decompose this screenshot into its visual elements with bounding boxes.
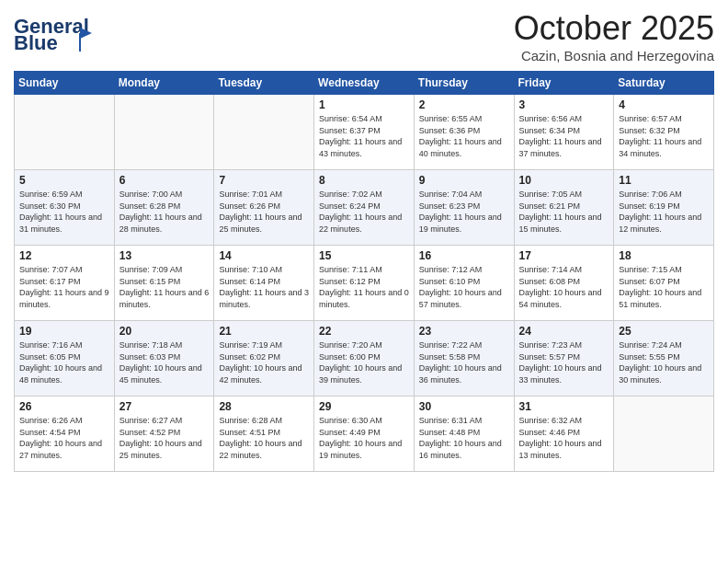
- day-info: Sunrise: 6:30 AM Sunset: 4:49 PM Dayligh…: [319, 415, 409, 461]
- calendar-week-row: 1Sunrise: 6:54 AM Sunset: 6:37 PM Daylig…: [15, 95, 714, 170]
- day-info: Sunrise: 7:11 AM Sunset: 6:12 PM Dayligh…: [319, 264, 409, 310]
- calendar-week-row: 26Sunrise: 6:26 AM Sunset: 4:54 PM Dayli…: [15, 396, 714, 472]
- day-info: Sunrise: 7:10 AM Sunset: 6:14 PM Dayligh…: [219, 264, 309, 310]
- calendar-day-cell: 31Sunrise: 6:32 AM Sunset: 4:46 PM Dayli…: [514, 396, 614, 472]
- calendar-day-cell: 17Sunrise: 7:14 AM Sunset: 6:08 PM Dayli…: [514, 246, 614, 321]
- calendar-day-cell: 18Sunrise: 7:15 AM Sunset: 6:07 PM Dayli…: [614, 246, 714, 321]
- day-number: 10: [519, 174, 609, 187]
- day-number: 6: [119, 174, 210, 187]
- day-info: Sunrise: 7:23 AM Sunset: 5:57 PM Dayligh…: [519, 339, 609, 385]
- logo-text: General Blue: [14, 13, 101, 58]
- day-number: 29: [319, 400, 409, 413]
- logo: General Blue: [14, 13, 101, 58]
- day-info: Sunrise: 6:57 AM Sunset: 6:32 PM Dayligh…: [619, 113, 709, 159]
- page: General Blue October 2025 Cazin, Bosnia …: [0, 0, 728, 563]
- day-number: 17: [519, 249, 609, 262]
- calendar-day-cell: 11Sunrise: 7:06 AM Sunset: 6:19 PM Dayli…: [614, 170, 714, 246]
- calendar-week-row: 12Sunrise: 7:07 AM Sunset: 6:17 PM Dayli…: [15, 246, 714, 321]
- day-number: 20: [119, 325, 210, 338]
- day-info: Sunrise: 7:18 AM Sunset: 6:03 PM Dayligh…: [119, 339, 210, 385]
- day-number: 18: [619, 249, 709, 262]
- title-block: October 2025 Cazin, Bosnia and Herzegovi…: [514, 9, 714, 63]
- calendar-day-cell: 7Sunrise: 7:01 AM Sunset: 6:26 PM Daylig…: [214, 170, 314, 246]
- day-number: 1: [319, 98, 409, 111]
- day-number: 27: [119, 400, 210, 413]
- calendar-day-cell: 25Sunrise: 7:24 AM Sunset: 5:55 PM Dayli…: [614, 321, 714, 396]
- day-number: 14: [219, 249, 309, 262]
- day-number: 2: [419, 98, 509, 111]
- day-number: 8: [319, 174, 409, 187]
- calendar-day-cell: 14Sunrise: 7:10 AM Sunset: 6:14 PM Dayli…: [214, 246, 314, 321]
- day-info: Sunrise: 7:01 AM Sunset: 6:26 PM Dayligh…: [219, 189, 309, 235]
- day-info: Sunrise: 7:24 AM Sunset: 5:55 PM Dayligh…: [619, 339, 709, 385]
- calendar-day-cell: 12Sunrise: 7:07 AM Sunset: 6:17 PM Dayli…: [15, 246, 115, 321]
- day-info: Sunrise: 7:19 AM Sunset: 6:02 PM Dayligh…: [219, 339, 309, 385]
- calendar-day-cell: 23Sunrise: 7:22 AM Sunset: 5:58 PM Dayli…: [414, 321, 514, 396]
- calendar-day-cell: [214, 95, 314, 170]
- day-info: Sunrise: 6:27 AM Sunset: 4:52 PM Dayligh…: [119, 415, 210, 461]
- calendar-day-cell: 28Sunrise: 6:28 AM Sunset: 4:51 PM Dayli…: [214, 396, 314, 472]
- day-info: Sunrise: 6:28 AM Sunset: 4:51 PM Dayligh…: [219, 415, 309, 461]
- calendar-day-cell: [614, 396, 714, 472]
- day-of-week-header: Tuesday: [214, 72, 314, 95]
- day-info: Sunrise: 6:55 AM Sunset: 6:36 PM Dayligh…: [419, 113, 509, 159]
- calendar-day-cell: 9Sunrise: 7:04 AM Sunset: 6:23 PM Daylig…: [414, 170, 514, 246]
- calendar-day-cell: 20Sunrise: 7:18 AM Sunset: 6:03 PM Dayli…: [114, 321, 214, 396]
- header: General Blue October 2025 Cazin, Bosnia …: [14, 9, 714, 63]
- day-number: 4: [619, 98, 709, 111]
- day-number: 21: [219, 325, 309, 338]
- day-number: 25: [619, 325, 709, 338]
- calendar-week-row: 19Sunrise: 7:16 AM Sunset: 6:05 PM Dayli…: [15, 321, 714, 396]
- day-number: 7: [219, 174, 309, 187]
- day-info: Sunrise: 6:32 AM Sunset: 4:46 PM Dayligh…: [519, 415, 609, 461]
- day-of-week-header: Sunday: [15, 72, 115, 95]
- day-number: 13: [119, 249, 210, 262]
- calendar-day-cell: 30Sunrise: 6:31 AM Sunset: 4:48 PM Dayli…: [414, 396, 514, 472]
- day-number: 3: [519, 98, 609, 111]
- day-info: Sunrise: 6:31 AM Sunset: 4:48 PM Dayligh…: [419, 415, 509, 461]
- day-number: 23: [419, 325, 509, 338]
- month-title: October 2025: [514, 9, 714, 48]
- day-info: Sunrise: 7:05 AM Sunset: 6:21 PM Dayligh…: [519, 189, 609, 235]
- calendar-day-cell: 3Sunrise: 6:56 AM Sunset: 6:34 PM Daylig…: [514, 95, 614, 170]
- day-number: 5: [19, 174, 109, 187]
- day-info: Sunrise: 6:59 AM Sunset: 6:30 PM Dayligh…: [19, 189, 109, 235]
- calendar-day-cell: 15Sunrise: 7:11 AM Sunset: 6:12 PM Dayli…: [314, 246, 415, 321]
- day-number: 26: [19, 400, 109, 413]
- calendar-day-cell: 2Sunrise: 6:55 AM Sunset: 6:36 PM Daylig…: [414, 95, 514, 170]
- day-of-week-header: Friday: [514, 72, 614, 95]
- calendar-day-cell: 6Sunrise: 7:00 AM Sunset: 6:28 PM Daylig…: [114, 170, 214, 246]
- calendar-day-cell: 4Sunrise: 6:57 AM Sunset: 6:32 PM Daylig…: [614, 95, 714, 170]
- logo-svg: General Blue: [14, 13, 101, 54]
- day-info: Sunrise: 6:54 AM Sunset: 6:37 PM Dayligh…: [319, 113, 409, 159]
- calendar-day-cell: 27Sunrise: 6:27 AM Sunset: 4:52 PM Dayli…: [114, 396, 214, 472]
- day-number: 31: [519, 400, 609, 413]
- day-number: 28: [219, 400, 309, 413]
- day-info: Sunrise: 7:09 AM Sunset: 6:15 PM Dayligh…: [119, 264, 210, 310]
- day-info: Sunrise: 7:16 AM Sunset: 6:05 PM Dayligh…: [19, 339, 109, 385]
- calendar-day-cell: 21Sunrise: 7:19 AM Sunset: 6:02 PM Dayli…: [214, 321, 314, 396]
- day-number: 12: [19, 249, 109, 262]
- day-info: Sunrise: 6:26 AM Sunset: 4:54 PM Dayligh…: [19, 415, 109, 461]
- calendar-day-cell: 1Sunrise: 6:54 AM Sunset: 6:37 PM Daylig…: [314, 95, 415, 170]
- day-number: 24: [519, 325, 609, 338]
- day-number: 15: [319, 249, 409, 262]
- day-info: Sunrise: 6:56 AM Sunset: 6:34 PM Dayligh…: [519, 113, 609, 159]
- day-number: 19: [19, 325, 109, 338]
- day-of-week-header: Monday: [114, 72, 214, 95]
- day-info: Sunrise: 7:22 AM Sunset: 5:58 PM Dayligh…: [419, 339, 509, 385]
- day-info: Sunrise: 7:06 AM Sunset: 6:19 PM Dayligh…: [619, 189, 709, 235]
- day-info: Sunrise: 7:04 AM Sunset: 6:23 PM Dayligh…: [419, 189, 509, 235]
- calendar-day-cell: 13Sunrise: 7:09 AM Sunset: 6:15 PM Dayli…: [114, 246, 214, 321]
- calendar-day-cell: 5Sunrise: 6:59 AM Sunset: 6:30 PM Daylig…: [15, 170, 115, 246]
- calendar-day-cell: 16Sunrise: 7:12 AM Sunset: 6:10 PM Dayli…: [414, 246, 514, 321]
- calendar-day-cell: 19Sunrise: 7:16 AM Sunset: 6:05 PM Dayli…: [15, 321, 115, 396]
- day-info: Sunrise: 7:07 AM Sunset: 6:17 PM Dayligh…: [19, 264, 109, 310]
- day-info: Sunrise: 7:20 AM Sunset: 6:00 PM Dayligh…: [319, 339, 409, 385]
- location: Cazin, Bosnia and Herzegovina: [514, 48, 714, 63]
- calendar-day-cell: 10Sunrise: 7:05 AM Sunset: 6:21 PM Dayli…: [514, 170, 614, 246]
- svg-text:Blue: Blue: [14, 31, 58, 54]
- day-number: 16: [419, 249, 509, 262]
- day-of-week-header: Saturday: [614, 72, 714, 95]
- calendar-table: SundayMondayTuesdayWednesdayThursdayFrid…: [14, 71, 714, 472]
